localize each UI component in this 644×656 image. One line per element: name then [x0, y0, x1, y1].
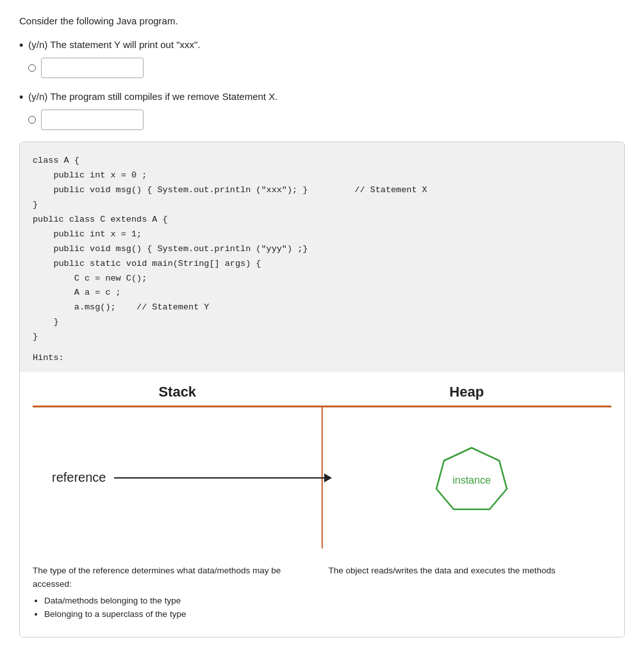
question-2-label: (y/n) The program still compiles if we r…	[28, 90, 277, 103]
code-line-7: public void msg() { System.out.println (…	[33, 242, 611, 257]
code-line-6: public int x = 1;	[33, 227, 611, 242]
code-line-2: public int x = 0 ;	[33, 168, 611, 183]
code-line-3: public void msg() { System.out.println (…	[33, 183, 611, 198]
footer-right-text: The object reads/writes the data and exe…	[329, 564, 612, 621]
code-line-8: public static void main(String[] args) {	[33, 257, 611, 272]
code-line-10: A a = c ;	[33, 286, 611, 300]
code-line-11: a.msg(); // Statement Y	[33, 300, 611, 315]
arrow-head	[324, 473, 332, 482]
instance-hexagon: instance	[433, 443, 510, 513]
arrow-shaft	[114, 477, 324, 479]
radio-circle-2	[28, 116, 36, 124]
question-1-label: (y/n) The statement Y will print out "xx…	[28, 38, 200, 51]
code-line-12: }	[33, 315, 611, 330]
code-line-13: }	[33, 330, 611, 345]
reference-label: reference	[52, 470, 106, 485]
footer-left-bullets: Data/methods belonging to the type Belon…	[44, 594, 316, 621]
intro-text: Consider the following Java program.	[19, 15, 625, 26]
footer-left-title: The type of the reference determines wha…	[33, 564, 316, 591]
code-line-9: C c = new C();	[33, 272, 611, 286]
bullet-dot-2: •	[19, 90, 23, 106]
code-line-5: public class C extends A {	[33, 213, 611, 227]
instance-text: instance	[452, 475, 491, 486]
stack-label: Stack	[33, 379, 322, 400]
code-line-4: }	[33, 198, 611, 213]
answer-input-2[interactable]	[41, 110, 144, 130]
bullet-dot-1: •	[19, 38, 23, 54]
heap-label: Heap	[322, 379, 612, 400]
code-line-1: class A {	[33, 154, 611, 168]
hints-label: Hints:	[33, 351, 611, 372]
footer-right-content: The object reads/writes the data and exe…	[329, 564, 612, 578]
footer-bullet-2: Belonging to a superclass of the type	[44, 607, 316, 621]
answer-input-1[interactable]	[41, 58, 144, 78]
footer-bullet-1: Data/methods belonging to the type	[44, 594, 316, 608]
radio-circle-1	[28, 64, 36, 72]
